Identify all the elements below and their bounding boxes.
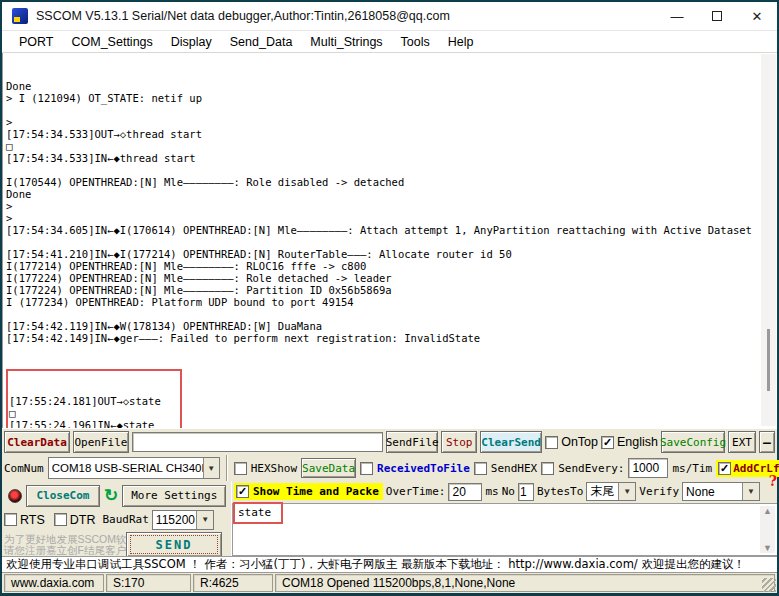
stop-button[interactable]: Stop bbox=[441, 431, 477, 453]
close-com-button[interactable]: CloseCom bbox=[26, 485, 100, 507]
chevron-down-icon[interactable]: ▼ bbox=[196, 511, 212, 529]
minimize-button[interactable]: — bbox=[657, 2, 697, 31]
menu-port[interactable]: PORT bbox=[10, 31, 63, 53]
english-checkbox[interactable]: ✓ bbox=[601, 436, 614, 449]
overtime-input[interactable] bbox=[448, 483, 482, 501]
show-time-label: Show Time and Packe bbox=[253, 485, 379, 498]
send-button-label: SEND bbox=[130, 535, 218, 554]
refresh-ports-icon[interactable]: ↻ bbox=[104, 487, 118, 504]
send-options-panel: ✓ Show Time and Packe OverTime: ms No By… bbox=[232, 481, 777, 556]
ms-label: ms bbox=[485, 485, 498, 498]
scroll-up-icon[interactable]: ▲ bbox=[763, 506, 772, 516]
log-lines-highlighted: [17:55:24.181]OUT→◇state □ [17:55:24.196… bbox=[9, 395, 180, 428]
log-scrollbar[interactable] bbox=[761, 54, 776, 426]
title-bar: SSCOM V5.13.1 Serial/Net data debugger,A… bbox=[2, 2, 777, 31]
status-bar: www.daxia.com S:170 R:4625 COM18 Opened … bbox=[2, 573, 777, 593]
clear-send-button[interactable]: ClearSend bbox=[480, 431, 542, 453]
app-window: SSCOM V5.13.1 Serial/Net data debugger,A… bbox=[2, 2, 777, 592]
menu-com-settings[interactable]: COM_Settings bbox=[63, 31, 162, 53]
show-time-checkbox[interactable]: ✓ bbox=[236, 485, 249, 498]
interval-input[interactable] bbox=[628, 458, 668, 478]
app-icon bbox=[12, 8, 28, 24]
hex-show-label: HEXShow bbox=[251, 462, 297, 475]
ext-button[interactable]: EXT bbox=[728, 431, 756, 453]
bytes-position-value: 末尾 bbox=[587, 483, 618, 500]
menu-display[interactable]: Display bbox=[162, 31, 221, 53]
status-sent-count: S:170 bbox=[106, 574, 191, 592]
baud-rate-value: 115200 bbox=[153, 513, 197, 527]
bytes-position-select[interactable]: 末尾 ▼ bbox=[586, 482, 636, 501]
menu-bar: PORT COM_Settings Display Send_Data Mult… bbox=[2, 31, 777, 53]
chevron-down-icon[interactable]: ▼ bbox=[618, 483, 635, 500]
rts-checkbox[interactable] bbox=[4, 513, 17, 526]
promo-text: 为了更好地发展SSCOM软件 请您注册嘉立创F结尾客户 bbox=[4, 534, 126, 556]
clear-data-button[interactable]: ClearData bbox=[4, 431, 70, 453]
rts-label: RTS bbox=[20, 513, 45, 527]
menu-multi-strings[interactable]: Multi_Strings bbox=[301, 31, 391, 53]
save-data-button[interactable]: SaveData bbox=[301, 458, 356, 478]
com-status-led-icon bbox=[8, 489, 22, 503]
file-path-input[interactable] bbox=[132, 432, 383, 452]
maximize-icon bbox=[712, 11, 722, 21]
baud-rate-select[interactable]: 115200 ▼ bbox=[152, 510, 214, 530]
com-port-value: COM18 USB-SERIAL CH340K bbox=[49, 462, 203, 474]
chevron-down-icon[interactable]: ▼ bbox=[742, 483, 759, 500]
bytes-input[interactable] bbox=[518, 483, 534, 501]
chevron-down-icon[interactable]: ▼ bbox=[203, 458, 219, 478]
menu-tools[interactable]: Tools bbox=[392, 31, 439, 53]
baud-rate-label: BaudRat bbox=[102, 513, 148, 526]
receive-log-text: Done > I (121094) OT_STATE: netif up > [… bbox=[6, 56, 759, 428]
verify-value: None bbox=[683, 485, 742, 499]
status-port-state: COM18 Opened 115200bps,8,1,None,None bbox=[275, 574, 775, 592]
more-settings-button[interactable]: More Settings bbox=[122, 485, 226, 507]
collapse-panel-button[interactable]: — bbox=[759, 431, 775, 453]
toolbar-row: ClearData OpenFile SendFile Stop ClearSe… bbox=[2, 428, 777, 455]
menu-send-data[interactable]: Send_Data bbox=[221, 31, 302, 53]
window-title: SSCOM V5.13.1 Serial/Net data debugger,A… bbox=[36, 9, 657, 23]
log-scrollbar-thumb[interactable] bbox=[767, 329, 770, 391]
send-every-checkbox[interactable] bbox=[541, 462, 554, 475]
com-port-row: ComNum COM18 USB-SERIAL CH340K ▼ HEXShow… bbox=[2, 455, 777, 481]
send-text-area[interactable]: state ▲ ▼ bbox=[232, 503, 777, 556]
bottom-panel: CloseCom ↻ More Settings RTS DTR BaudRat… bbox=[2, 481, 777, 556]
interval-unit-label: ms/Tim bbox=[672, 462, 712, 475]
bytes-to-label: BytesTo bbox=[537, 485, 583, 498]
open-file-button[interactable]: OpenFile bbox=[73, 431, 129, 453]
send-button[interactable]: SEND bbox=[126, 532, 222, 557]
send-area-scrollbar[interactable]: ▲ ▼ bbox=[760, 506, 775, 553]
resize-grip[interactable] bbox=[762, 578, 776, 592]
receive-log-area: Done > I (121094) OT_STATE: netif up > [… bbox=[2, 53, 777, 428]
status-site: www.daxia.com bbox=[4, 574, 104, 592]
log-lines: Done > I (121094) OT_STATE: netif up > [… bbox=[6, 80, 759, 344]
check-icon: ✓ bbox=[603, 436, 612, 449]
send-file-button[interactable]: SendFile bbox=[386, 431, 438, 453]
status-received-count: R:4625 bbox=[193, 574, 273, 592]
received-to-file-label: ReceivedToFile bbox=[377, 462, 470, 475]
check-icon: ✓ bbox=[720, 462, 729, 475]
help-icon[interactable]: ? bbox=[769, 473, 777, 489]
send-hex-checkbox[interactable] bbox=[474, 462, 487, 475]
on-top-label: OnTop bbox=[561, 435, 598, 449]
maximize-button[interactable] bbox=[697, 2, 737, 31]
verify-select[interactable]: None ▼ bbox=[682, 482, 760, 501]
save-config-button[interactable]: SaveConfig bbox=[661, 431, 725, 453]
send-every-label: SendEvery: bbox=[558, 462, 624, 475]
hex-show-checkbox[interactable] bbox=[234, 462, 247, 475]
no-label: No bbox=[502, 485, 515, 498]
promo-line-2: 请您注册嘉立创F结尾客户 bbox=[4, 545, 126, 556]
add-crlf-checkbox[interactable]: ✓ bbox=[718, 462, 731, 475]
close-button[interactable]: ✕ bbox=[737, 2, 777, 31]
info-bar-text: 欢迎使用专业串口调试工具SSCOM ！ 作者：习小猛(丁丁)，大虾电子网版主 最… bbox=[6, 557, 745, 572]
annotation-box-log: [17:55:24.181]OUT→◇state □ [17:55:24.196… bbox=[6, 369, 182, 428]
received-to-file-checkbox[interactable] bbox=[360, 462, 373, 475]
send-hex-label: SendHEX bbox=[491, 462, 537, 475]
scroll-down-icon[interactable]: ▼ bbox=[763, 543, 772, 553]
dtr-checkbox[interactable] bbox=[54, 513, 67, 526]
send-text-input[interactable]: state bbox=[233, 502, 283, 524]
com-num-label: ComNum bbox=[4, 462, 44, 475]
com-port-select[interactable]: COM18 USB-SERIAL CH340K ▼ bbox=[48, 457, 220, 479]
menu-help[interactable]: Help bbox=[439, 31, 483, 53]
port-control-panel: CloseCom ↻ More Settings RTS DTR BaudRat… bbox=[2, 481, 232, 556]
info-bar: 欢迎使用专业串口调试工具SSCOM ！ 作者：习小猛(丁丁)，大虾电子网版主 最… bbox=[2, 556, 777, 573]
on-top-checkbox[interactable] bbox=[545, 436, 558, 449]
